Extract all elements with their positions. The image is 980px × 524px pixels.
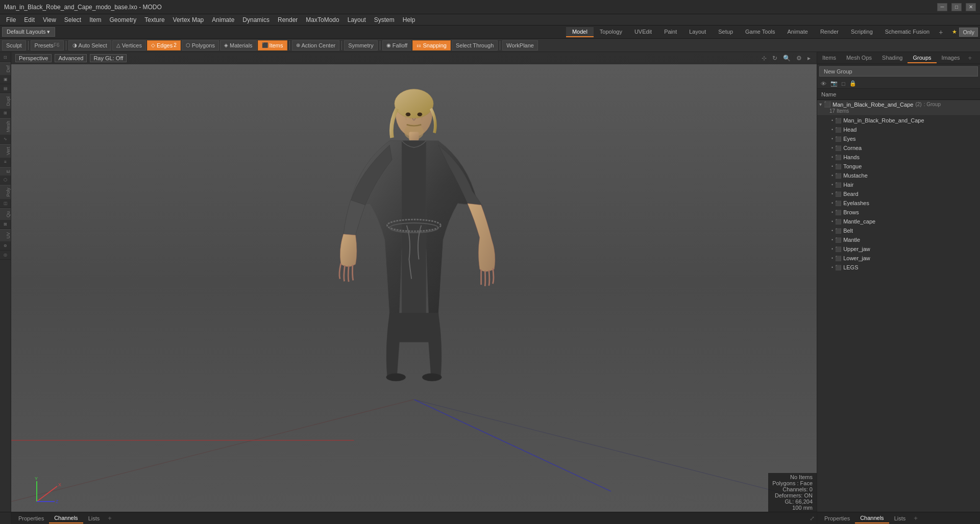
menu-item-render[interactable]: Render — [274, 15, 302, 24]
tree-item[interactable]: • ⬛ Hair — [817, 180, 980, 189]
right-panel-tab-mesh-ops[interactable]: Mesh Ops — [841, 53, 877, 63]
tree-item[interactable]: • ⬛ Cornea — [817, 143, 980, 153]
edges-button[interactable]: ◇ Edges 2 — [147, 40, 181, 51]
tree-item[interactable]: • ⬛ Eyelashes — [817, 198, 980, 208]
tree-item[interactable]: • ⬛ Man_in_Black_Robe_and_Cape — [817, 116, 980, 125]
close-button[interactable]: ✕ — [966, 3, 976, 11]
right-panel-tab-items[interactable]: Items — [817, 53, 841, 63]
star-button[interactable]: ★ — [952, 29, 957, 35]
add-bottom-right-tab-button[interactable]: + — [911, 514, 921, 522]
left-tool-8[interactable]: ◫ — [0, 199, 11, 208]
tree-item[interactable]: • ⬛ Tongue — [817, 162, 980, 171]
tree-item[interactable]: • ⬛ Hands — [817, 153, 980, 162]
vertices-button[interactable]: △ Vertices — [112, 40, 146, 51]
falloff-button[interactable]: ◉ Falloff — [382, 40, 412, 51]
left-tool-2[interactable]: ▣ — [0, 75, 11, 84]
viewport-icon-1[interactable]: ⊹ — [760, 54, 769, 62]
layout-tab-paint[interactable]: Paint — [658, 27, 683, 37]
layout-tab-game-tools[interactable]: Game Tools — [739, 27, 781, 37]
minimize-button[interactable]: ─ — [937, 3, 947, 11]
left-tool-3[interactable]: ▤ — [0, 84, 11, 93]
materials-button[interactable]: ◈ Materials — [220, 40, 257, 51]
menu-item-maxtomodo[interactable]: MaxToModo — [302, 15, 343, 24]
ray-gl-button[interactable]: Ray GL: Off — [90, 54, 127, 62]
lock-icon[interactable]: 🔒 — [848, 80, 858, 87]
add-right-tab-button[interactable]: + — [965, 54, 975, 62]
left-tool-10[interactable]: ⊚ — [0, 241, 11, 251]
menu-item-view[interactable]: View — [39, 15, 60, 24]
left-tool-1[interactable]: ⊡ — [0, 53, 11, 62]
render-icon[interactable]: 📷 — [829, 80, 839, 87]
add-layout-tab-button[interactable]: + — [936, 28, 946, 36]
symmetry-button[interactable]: Symmetry — [344, 40, 378, 51]
viewport-icon-2[interactable]: ↻ — [770, 54, 779, 62]
tree-item[interactable]: • ⬛ Mantle — [817, 235, 980, 244]
new-group-button[interactable]: New Group — [819, 66, 978, 77]
maximize-button[interactable]: □ — [951, 3, 962, 11]
eye-icon[interactable]: 👁 — [819, 80, 828, 87]
layout-tab-layout[interactable]: Layout — [683, 27, 712, 37]
menu-item-animate[interactable]: Animate — [208, 15, 238, 24]
left-tool-7[interactable]: ⬡ — [0, 176, 11, 185]
tree-root-group-header[interactable]: ▾ ⬛ Man_in_Black_Robe_and_Cape (2) : Gro… — [819, 101, 978, 108]
select-through-button[interactable]: Select Through — [452, 40, 498, 51]
tree-item[interactable]: • ⬛ Mustache — [817, 171, 980, 180]
layout-tab-model[interactable]: Model — [566, 27, 594, 37]
right-panel-tab-shading[interactable]: Shading — [877, 53, 908, 63]
add-bottom-tab-button[interactable]: + — [105, 514, 115, 522]
left-tool-bottom[interactable]: ◎ — [0, 251, 11, 260]
menu-item-system[interactable]: System — [370, 15, 399, 24]
layout-tab-setup[interactable]: Setup — [712, 27, 739, 37]
layout-tab-render[interactable]: Render — [814, 27, 845, 37]
menu-item-geometry[interactable]: Geometry — [106, 15, 141, 24]
resize-bottom-panel[interactable]: ⤢ — [810, 515, 815, 522]
menu-item-dynamics[interactable]: Dynamics — [238, 15, 274, 24]
bottom-right-tab-channels[interactable]: Channels — [855, 513, 889, 523]
tree-item[interactable]: • ⬛ Upper_jaw — [817, 244, 980, 254]
bottom-tab-channels[interactable]: Channels — [49, 513, 83, 523]
layout-tab-schematic-fusion[interactable]: Schematic Fusion — [879, 27, 936, 37]
tree-item[interactable]: • ⬛ Head — [817, 125, 980, 134]
left-tool-5[interactable]: ∿ — [0, 135, 11, 144]
right-panel-tab-groups[interactable]: Groups — [908, 53, 936, 63]
tree-item[interactable]: • ⬛ Lower_jaw — [817, 254, 980, 263]
presets-button[interactable]: Presets F6 — [31, 40, 64, 51]
only-button[interactable]: Only — [959, 28, 978, 37]
left-tool-6[interactable]: ≡ — [0, 158, 11, 167]
layout-tab-scripting[interactable]: Scripting — [845, 27, 879, 37]
bottom-tab-lists[interactable]: Lists — [83, 514, 105, 523]
tree-item[interactable]: • ⬛ Mantle_cape — [817, 217, 980, 226]
viewport-icon-5[interactable]: ▸ — [805, 54, 813, 62]
left-tool-9[interactable]: ⊠ — [0, 220, 11, 229]
scene-tree[interactable]: ▾ ⬛ Man_in_Black_Robe_and_Cape (2) : Gro… — [817, 100, 980, 512]
menu-item-select[interactable]: Select — [60, 15, 85, 24]
layout-tab-topology[interactable]: Topology — [594, 27, 628, 37]
auto-select-button[interactable]: ◑ Auto Select — [68, 40, 111, 51]
default-layouts-dropdown[interactable]: Default Layouts ▾ — [2, 27, 55, 37]
tree-item[interactable]: • ⬛ LEGS — [817, 263, 980, 272]
bottom-right-tab-lists[interactable]: Lists — [889, 514, 911, 523]
viewport-3d[interactable]: Perspective Advanced Ray GL: Off ⊹ ↻ 🔍 ⚙… — [11, 52, 817, 512]
tree-item[interactable]: • ⬛ Brows — [817, 208, 980, 217]
right-panel-tab-images[interactable]: Images — [937, 53, 965, 63]
layout-tab-uvedit[interactable]: UVEdit — [628, 27, 658, 37]
tree-item[interactable]: • ⬛ Eyes — [817, 134, 980, 143]
menu-item-edit[interactable]: Edit — [20, 15, 39, 24]
menu-item-texture[interactable]: Texture — [140, 15, 168, 24]
left-tool-4[interactable]: ⊞ — [0, 109, 11, 118]
menu-item-layout[interactable]: Layout — [344, 15, 370, 24]
menu-item-help[interactable]: Help — [399, 15, 420, 24]
sculpt-button[interactable]: Sculpt — [2, 40, 26, 51]
perspective-button[interactable]: Perspective — [15, 54, 52, 62]
workplane-button[interactable]: WorkPlane — [502, 40, 538, 51]
viewport-icon-3[interactable]: 🔍 — [781, 54, 793, 62]
bottom-tab-properties[interactable]: Properties — [13, 514, 49, 523]
items-button[interactable]: ⬛ Items — [258, 40, 287, 51]
bottom-right-tab-properties[interactable]: Properties — [819, 514, 855, 523]
advanced-button[interactable]: Advanced — [55, 54, 87, 62]
layout-tab-animate[interactable]: Animate — [781, 27, 814, 37]
viewport-icon-4[interactable]: ⚙ — [794, 54, 804, 62]
menu-item-file[interactable]: File — [2, 15, 20, 24]
snapping-button[interactable]: ⚏ Snapping — [412, 40, 451, 51]
square-icon[interactable]: □ — [840, 80, 847, 87]
